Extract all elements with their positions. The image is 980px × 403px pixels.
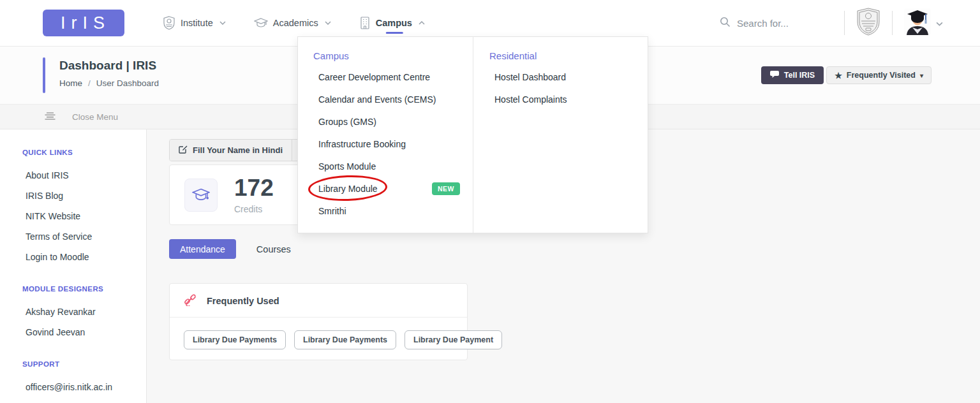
- close-menu-label: Close Menu: [72, 112, 118, 122]
- library-module-label: Library Module: [318, 184, 378, 194]
- nav-item-label: Institute: [181, 18, 213, 28]
- frequently-visited-button[interactable]: ★ Frequently Visited ▾: [826, 66, 932, 84]
- breadcrumb-current: User Dashboard: [96, 78, 159, 88]
- sidebar-item-nitk-website[interactable]: NITK Website: [0, 206, 146, 226]
- tab-courses[interactable]: Courses: [256, 244, 291, 254]
- tab-attendance[interactable]: Attendance: [169, 239, 236, 259]
- menu-item-library-module[interactable]: Library Module NEW: [318, 180, 464, 197]
- edit-pencil-icon: [179, 145, 188, 156]
- menu-item-smrithi[interactable]: Smrithi: [318, 203, 464, 219]
- menu-item-groups-gms[interactable]: Groups (GMS): [318, 114, 464, 130]
- sidebar-section-title: QUICK LINKS: [0, 149, 146, 156]
- institute-shield-icon: [163, 16, 175, 30]
- new-badge: NEW: [432, 182, 460, 195]
- iris-logo[interactable]: IrIS: [43, 10, 124, 36]
- sidebar-section-support: SUPPORT officers@iris.nitk.ac.in: [0, 360, 146, 397]
- frequently-used-header: Frequently Used: [170, 284, 467, 318]
- credits-value: 172: [234, 176, 274, 200]
- dropdown-column-title: Campus: [313, 50, 473, 61]
- dropdown-column-title: Residential: [489, 50, 648, 61]
- library-due-payment-button[interactable]: Library Due Payment: [405, 330, 502, 349]
- menu-lines-icon: [45, 112, 56, 122]
- divider: [892, 11, 893, 35]
- sidebar-item-iris-blog[interactable]: IRIS Blog: [0, 186, 146, 206]
- sidebar-section-quick-links: QUICK LINKS About IRIS IRIS Blog NITK We…: [0, 149, 146, 267]
- sidebar-section-title: SUPPORT: [0, 360, 146, 368]
- user-menu[interactable]: [904, 8, 943, 38]
- sidebar: QUICK LINKS About IRIS IRIS Blog NITK We…: [0, 129, 147, 403]
- library-due-payments-button[interactable]: Library Due Payments: [184, 330, 286, 349]
- sidebar-item-support-email[interactable]: officers@iris.nitk.ac.in: [0, 377, 146, 397]
- active-nav-underline: [386, 32, 403, 34]
- divider: [844, 11, 845, 35]
- breadcrumb: Home / User Dashboard: [59, 78, 159, 88]
- menu-item-sports-module[interactable]: Sports Module: [318, 158, 464, 175]
- user-avatar: [904, 8, 931, 38]
- page-title: Dashboard | IRIS: [59, 59, 159, 73]
- menu-item-calendar-and-events[interactable]: Calendar and Events (CEMS): [318, 91, 464, 108]
- frequently-used-body: Library Due Payments Library Due Payment…: [170, 318, 467, 349]
- chevron-down-icon: [325, 21, 331, 25]
- frequently-used-card: Frequently Used Library Due Payments Lib…: [169, 283, 468, 360]
- fill-name-hindi-label: Fill Your Name in Hindi: [193, 145, 283, 155]
- dashboard-tabs: Attendance Courses: [169, 239, 291, 259]
- breadcrumb-separator: /: [88, 78, 91, 88]
- search-box[interactable]: [720, 17, 833, 30]
- navbar-right: [720, 8, 962, 38]
- menu-item-hostel-complaints[interactable]: Hostel Complaints: [494, 91, 640, 108]
- tell-iris-label: Tell IRIS: [784, 71, 815, 80]
- sidebar-item-terms-of-service[interactable]: Terms of Service: [0, 226, 146, 247]
- chevron-down-icon: [936, 17, 943, 29]
- search-icon: [720, 17, 731, 30]
- sidebar-section-title: MODULE DESIGNERS: [0, 285, 146, 293]
- campus-dropdown-panel: Campus Career Development Centre Calenda…: [297, 36, 648, 233]
- nav-item-label: Campus: [376, 18, 412, 28]
- frequently-visited-label: Frequently Visited: [847, 71, 916, 80]
- sidebar-item-about-iris[interactable]: About IRIS: [0, 165, 146, 186]
- iris-logo-text: IrIS: [57, 13, 110, 33]
- link-chain-icon: [184, 293, 197, 309]
- nav-item-label: Academics: [273, 18, 318, 28]
- star-icon: ★: [835, 71, 842, 80]
- title-block: Dashboard | IRIS Home / User Dashboard: [43, 57, 159, 93]
- header-actions: Tell IRIS ★ Frequently Visited ▾: [761, 66, 932, 84]
- sidebar-section-module-designers: MODULE DESIGNERS Akshay Revankar Govind …: [0, 285, 146, 342]
- library-due-payments-button[interactable]: Library Due Payments: [294, 330, 396, 349]
- sidebar-item-akshay-revankar[interactable]: Akshay Revankar: [0, 302, 146, 322]
- nav-item-institute[interactable]: Institute: [149, 0, 240, 47]
- title-accent-bar: [43, 57, 45, 93]
- building-icon: [359, 17, 371, 29]
- credits-cap-icon: [184, 179, 218, 212]
- graduation-cap-icon: [254, 17, 268, 29]
- nitk-emblem-icon[interactable]: [856, 8, 880, 38]
- chevron-up-icon: [419, 21, 425, 25]
- dropdown-column-residential: Residential Hostel Dashboard Hostel Comp…: [473, 37, 648, 233]
- sidebar-item-govind-jeevan[interactable]: Govind Jeevan: [0, 322, 146, 342]
- menu-item-career-development-centre[interactable]: Career Development Centre: [318, 69, 464, 85]
- speech-bubble-icon: [770, 71, 779, 80]
- frequently-used-title: Frequently Used: [207, 296, 279, 306]
- sidebar-item-login-to-moodle[interactable]: Login to Moodle: [0, 247, 146, 267]
- fill-name-hindi-button[interactable]: Fill Your Name in Hindi: [170, 140, 292, 161]
- app-root: IrIS Institute: [0, 0, 980, 403]
- tell-iris-button[interactable]: Tell IRIS: [761, 66, 824, 84]
- search-input[interactable]: [737, 18, 833, 29]
- dropdown-column-campus: Campus Career Development Centre Calenda…: [298, 37, 473, 233]
- menu-item-hostel-dashboard[interactable]: Hostel Dashboard: [494, 69, 640, 85]
- caret-down-icon: ▾: [920, 72, 923, 79]
- chevron-down-icon: [219, 21, 226, 25]
- menu-item-infrastructure-booking[interactable]: Infrastructure Booking: [318, 136, 464, 152]
- breadcrumb-home[interactable]: Home: [59, 78, 82, 88]
- credits-label: Credits: [234, 204, 274, 214]
